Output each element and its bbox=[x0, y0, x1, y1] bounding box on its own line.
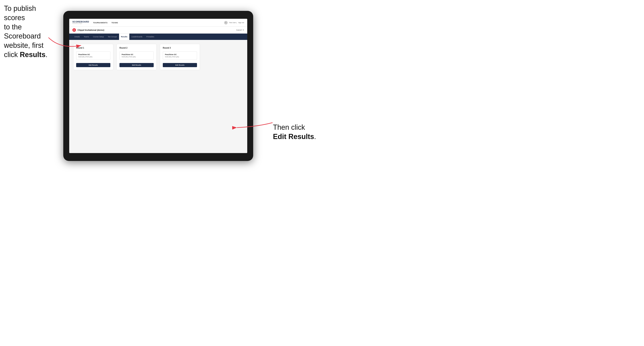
logo-text: SCOREBOARD bbox=[72, 21, 89, 23]
main-content: Round 1 Peachtree GC Gold (M) (7010 yds)… bbox=[69, 40, 247, 153]
tab-course-setup[interactable]: Course Setup bbox=[91, 33, 106, 40]
tab-printables[interactable]: Printables bbox=[144, 33, 156, 40]
tab-details[interactable]: Details bbox=[72, 33, 82, 40]
course-card-1: Peachtree GC Gold (M) (7010 yds) bbox=[76, 51, 110, 60]
instruction-line3: website, first bbox=[4, 41, 44, 49]
close-icon: ✕ bbox=[242, 29, 244, 31]
round-2-title: Round 2 bbox=[120, 47, 154, 49]
nav-tournaments[interactable]: TOURNAMENTS bbox=[93, 21, 108, 24]
instruction-line1: To publish scores bbox=[4, 4, 36, 22]
tournament-name: Clippd Invitational (demo) bbox=[78, 29, 104, 31]
round-3-title: Round 3 bbox=[163, 47, 197, 49]
tab-leaderboards[interactable]: Leaderboards bbox=[129, 33, 144, 40]
instruction-right-line1: Then click bbox=[273, 123, 305, 131]
logo-area: SCOREBOARD Powered by clippd bbox=[72, 21, 89, 24]
cancel-button[interactable]: Cancel ✕ bbox=[236, 29, 244, 31]
user-avatar: T bbox=[224, 21, 228, 24]
cancel-label: Cancel bbox=[236, 29, 242, 31]
instruction-text-left: To publish scores to the Scoreboard webs… bbox=[4, 4, 56, 59]
instruction-text-right: Then click Edit Results. bbox=[273, 123, 316, 141]
instruction-bold1: Results bbox=[20, 51, 46, 59]
course-details-2: Gold (M) (7010 yds) bbox=[122, 56, 152, 58]
tab-tee-groups[interactable]: Tee Groups bbox=[106, 33, 119, 40]
round-card-1: Round 1 Peachtree GC Gold (M) (7010 yds)… bbox=[73, 44, 113, 70]
course-details-3: Gold (M) (7010 yds) bbox=[165, 56, 195, 58]
tablet-screen: SCOREBOARD Powered by clippd TOURNAMENTS… bbox=[69, 19, 247, 153]
nav-right: T Test User | Sign out bbox=[224, 21, 244, 24]
instruction-right-end: . bbox=[314, 133, 316, 141]
nav-links: TOURNAMENTS TEAMS bbox=[93, 21, 224, 24]
course-details-1: Gold (M) (7010 yds) bbox=[78, 56, 108, 58]
tab-teams[interactable]: Teams bbox=[82, 33, 91, 40]
round-card-3: Round 3 Peachtree GC Gold (M) (7010 yds)… bbox=[160, 44, 200, 70]
instruction-line4-end: . bbox=[46, 51, 48, 59]
instruction-line2: to the Scoreboard bbox=[4, 23, 41, 40]
course-card-2: Peachtree GC Gold (M) (7010 yds) bbox=[120, 51, 154, 60]
tournament-title-row: C Clippd Invitational (demo) bbox=[72, 28, 104, 32]
signout-link[interactable]: Sign out bbox=[238, 22, 244, 23]
edit-results-button-1[interactable]: Edit Results bbox=[76, 63, 110, 67]
c-icon: C bbox=[72, 28, 76, 32]
edit-results-button-3[interactable]: Edit Results bbox=[163, 63, 197, 67]
empty-column bbox=[203, 44, 243, 70]
instruction-line4: click bbox=[4, 51, 20, 59]
course-card-3: Peachtree GC Gold (M) (7010 yds) bbox=[163, 51, 197, 60]
tournament-header: C Clippd Invitational (demo) Cancel ✕ bbox=[69, 27, 247, 33]
tab-results[interactable]: Results bbox=[119, 33, 130, 40]
instruction-right-bold: Edit Results bbox=[273, 133, 314, 141]
course-name-1: Peachtree GC bbox=[78, 53, 108, 55]
app-navbar: SCOREBOARD Powered by clippd TOURNAMENTS… bbox=[69, 19, 247, 27]
rounds-grid: Round 1 Peachtree GC Gold (M) (7010 yds)… bbox=[73, 44, 243, 70]
tablet-frame: SCOREBOARD Powered by clippd TOURNAMENTS… bbox=[63, 11, 253, 161]
user-label: Test User | bbox=[229, 22, 237, 23]
tab-bar: Details Teams Course Setup Tee Groups Re… bbox=[69, 33, 247, 40]
nav-teams[interactable]: TEAMS bbox=[112, 21, 118, 24]
edit-results-button-2[interactable]: Edit Results bbox=[120, 63, 154, 67]
round-card-2: Round 2 Peachtree GC Gold (M) (7010 yds)… bbox=[116, 44, 157, 70]
round-1-title: Round 1 bbox=[76, 47, 110, 49]
course-name-3: Peachtree GC bbox=[165, 53, 195, 55]
course-name-2: Peachtree GC bbox=[122, 53, 152, 55]
logo-sub: Powered by clippd bbox=[72, 23, 89, 24]
